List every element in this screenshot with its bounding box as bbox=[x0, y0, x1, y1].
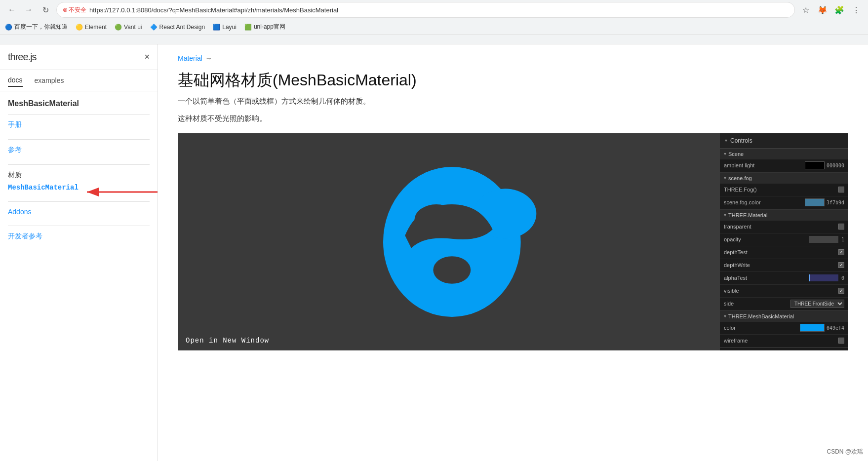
vant-icon: 🟢 bbox=[115, 24, 122, 31]
controls-section-material: ▾ THREE.Material transparent opacity bbox=[720, 210, 848, 311]
color-hex: 049ef4 bbox=[827, 325, 844, 331]
ambient-light-swatch[interactable] bbox=[805, 161, 825, 169]
depth-write-row: depthWrite bbox=[720, 259, 848, 272]
side-value: THREE.FrontSide bbox=[790, 300, 844, 308]
section-reference: 参考 bbox=[8, 146, 150, 154]
depth-write-checkbox[interactable] bbox=[838, 262, 844, 268]
mesh-basic-chevron: ▾ bbox=[724, 313, 726, 319]
mesh-basic-link[interactable]: MeshBasicMaterial bbox=[8, 184, 150, 192]
scene-label: Scene bbox=[728, 151, 744, 157]
scene-section-title[interactable]: ▾ Scene bbox=[720, 149, 848, 159]
baidu-icon: 🔵 bbox=[5, 24, 12, 31]
devref-link[interactable]: 开发者参考 bbox=[8, 232, 150, 241]
fog-color-value: 3f7b9d bbox=[805, 198, 844, 206]
open-new-window-label[interactable]: Open in New Window bbox=[186, 337, 269, 345]
security-label: 不安全 bbox=[69, 6, 86, 14]
bookmark-vant[interactable]: 🟢 Vant ui bbox=[115, 24, 142, 31]
sidebar-close-button[interactable]: × bbox=[144, 52, 150, 62]
reference-link[interactable]: 参考 bbox=[8, 146, 150, 154]
browser-top-bar: ← → ↻ ⊗ 不安全 https://127.0.0.1:8080/docs/… bbox=[0, 0, 868, 20]
ambient-light-value: 000000 bbox=[805, 161, 844, 169]
fog-color-label: scene.fog.color bbox=[724, 199, 805, 205]
depth-write-value bbox=[838, 262, 844, 268]
material-section-title[interactable]: ▾ THREE.Material bbox=[720, 210, 848, 221]
color-row: color 049ef4 bbox=[720, 322, 848, 335]
bookmark-layui[interactable]: 🟦 Layui bbox=[213, 24, 237, 31]
side-select[interactable]: THREE.FrontSide bbox=[790, 300, 844, 308]
fog-color-row: scene.fog.color 3f7b9d bbox=[720, 196, 848, 209]
divider-4 bbox=[8, 201, 150, 202]
sidebar-header: three.js × bbox=[0, 44, 158, 70]
opacity-value: 1 bbox=[809, 236, 844, 243]
visible-checkbox[interactable] bbox=[838, 288, 844, 294]
nav-examples[interactable]: examples bbox=[35, 75, 64, 86]
addons-link[interactable]: Addons bbox=[8, 208, 150, 216]
fog-label: scene.fog bbox=[728, 175, 752, 181]
transparent-checkbox[interactable] bbox=[838, 224, 844, 230]
alpha-test-val: 0 bbox=[841, 275, 844, 281]
bookmark-react-ant[interactable]: 🔷 React Ant Design bbox=[150, 24, 205, 31]
depth-test-value bbox=[838, 249, 844, 255]
address-bar[interactable]: ⊗ 不安全 https://127.0.0.1:8080/docs/?q=Mes… bbox=[56, 2, 795, 18]
extensions-icon[interactable]: 🧩 bbox=[832, 3, 846, 17]
divider-2 bbox=[8, 139, 150, 140]
site-nav: docs examples bbox=[0, 70, 158, 91]
sidebar: three.js × docs examples MeshBasicMateri… bbox=[0, 44, 158, 461]
demo-container: Open in New Window ▾ Controls ▾ Scene am… bbox=[178, 133, 848, 350]
element-icon: 🟡 bbox=[76, 24, 83, 31]
fog-section-title[interactable]: ▾ scene.fog bbox=[720, 173, 848, 184]
depth-write-label: depthWrite bbox=[724, 262, 838, 268]
profile-icon[interactable]: 🦊 bbox=[816, 3, 829, 17]
alpha-test-slider[interactable] bbox=[809, 274, 838, 281]
wireframe-checkbox[interactable] bbox=[838, 338, 844, 344]
fog-color-swatch[interactable] bbox=[805, 198, 825, 206]
back-button[interactable]: ← bbox=[5, 3, 19, 17]
breadcrumb-arrow: → bbox=[205, 54, 212, 62]
material-section-label: THREE.Material bbox=[728, 212, 767, 218]
transparent-value bbox=[838, 224, 844, 230]
mesh-basic-section-title[interactable]: ▾ THREE.MeshBasicMaterial bbox=[720, 311, 848, 322]
visible-row: visible bbox=[720, 285, 848, 298]
section-devref: 开发者参考 bbox=[8, 232, 150, 241]
color-swatch[interactable] bbox=[800, 324, 825, 332]
depth-test-checkbox[interactable] bbox=[838, 249, 844, 255]
nav-docs[interactable]: docs bbox=[8, 74, 23, 87]
transparent-label: transparent bbox=[724, 224, 838, 230]
react-ant-icon: 🔷 bbox=[150, 24, 158, 31]
divider-1 bbox=[8, 114, 150, 115]
bookmark-star-icon[interactable]: ☆ bbox=[799, 3, 813, 17]
three-fog-checkbox[interactable] bbox=[838, 187, 844, 192]
three-fog-value bbox=[838, 187, 844, 192]
controls-section-fog: ▾ scene.fog THREE.Fog() scene.fog.color bbox=[720, 173, 848, 210]
controls-panel: ▾ Controls ▾ Scene ambient light 000000 bbox=[720, 133, 848, 350]
bookmark-baidu[interactable]: 🔵 百度一下，你就知道 bbox=[5, 23, 68, 31]
menu-icon[interactable]: ⋮ bbox=[849, 3, 863, 17]
browser-actions: ☆ 🦊 🧩 ⋮ bbox=[799, 3, 863, 17]
react-ant-label: React Ant Design bbox=[159, 24, 205, 31]
bookmark-uniapp[interactable]: 🟩 uni-app官网 bbox=[244, 23, 285, 31]
material-plain: 材质 bbox=[8, 171, 150, 180]
breadcrumb[interactable]: Material → bbox=[178, 54, 848, 62]
section-addons: Addons bbox=[8, 208, 150, 216]
opacity-slider[interactable] bbox=[809, 236, 838, 243]
site-logo[interactable]: three.js bbox=[8, 51, 37, 63]
controls-chevron: ▾ bbox=[725, 138, 727, 143]
uniapp-icon: 🟩 bbox=[244, 24, 252, 31]
page-subtitle: 一个以简单着色（平面或线框）方式来绘制几何体的材质。 bbox=[178, 97, 848, 106]
security-badge: ⊗ 不安全 bbox=[63, 6, 86, 14]
bookmark-element[interactable]: 🟡 Element bbox=[76, 24, 107, 31]
nav-buttons: ← → ↻ bbox=[5, 3, 52, 17]
manual-link[interactable]: 手册 bbox=[8, 120, 150, 129]
wireframe-label: wireframe bbox=[724, 338, 838, 344]
opacity-row: opacity 1 bbox=[720, 233, 848, 246]
ambient-light-row: ambient light 000000 bbox=[720, 159, 848, 172]
watermark: CSDN @欢瑶 bbox=[827, 448, 863, 456]
threejs-logo-shape bbox=[355, 148, 543, 336]
reload-button[interactable]: ↻ bbox=[39, 3, 52, 17]
breadcrumb-text: Material bbox=[178, 54, 202, 62]
depth-test-row: depthTest bbox=[720, 246, 848, 259]
page-note: 这种材质不受光照的影响。 bbox=[178, 114, 848, 123]
forward-button[interactable]: → bbox=[22, 3, 36, 17]
security-icon: ⊗ bbox=[63, 6, 68, 13]
url-text: https://127.0.0.1:8080/docs/?q=MeshBasic… bbox=[89, 6, 789, 14]
